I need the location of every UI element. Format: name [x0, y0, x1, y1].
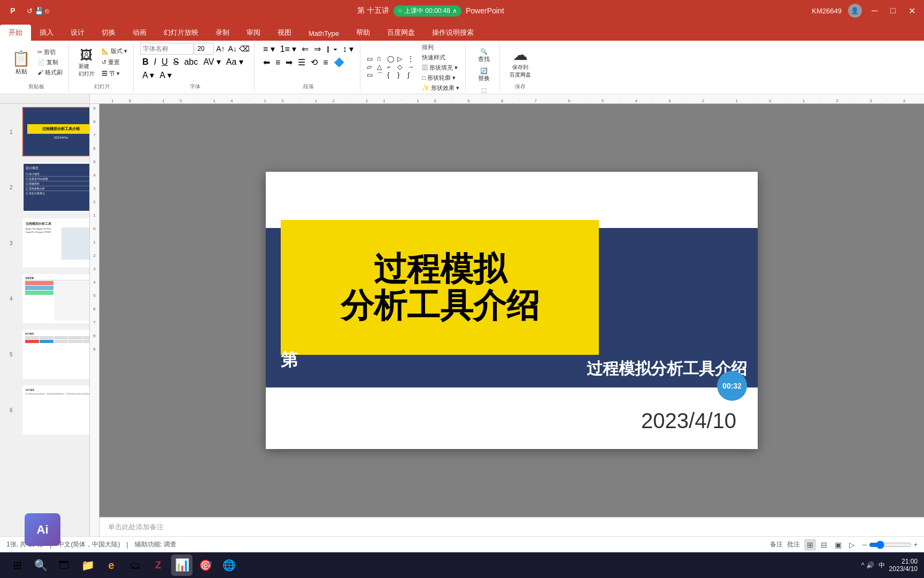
- notes-btn[interactable]: 备注: [770, 540, 783, 549]
- replace-button[interactable]: 🔄 替换: [472, 66, 495, 83]
- slides-panel[interactable]: 1 过程模拟分析工具介绍 2023/4/ho 2 设计规范 口 设计规范: [0, 104, 90, 536]
- find-button[interactable]: 🔍 查找: [472, 47, 495, 64]
- task-view-button[interactable]: 🗔: [53, 554, 75, 576]
- tab-design[interactable]: 设计: [62, 25, 93, 41]
- powerpoint-taskbar-button[interactable]: 📊: [171, 554, 192, 576]
- tab-view[interactable]: 视图: [269, 25, 300, 41]
- paste-button[interactable]: 📋 粘贴: [9, 44, 34, 81]
- shape-btn-11[interactable]: ⌒: [377, 71, 387, 80]
- tab-baidupan[interactable]: 百度网盘: [379, 25, 424, 41]
- column-button[interactable]: ⫿ ▾: [324, 43, 339, 55]
- slide-canvas[interactable]: 过程模拟 分析工具介绍 第 过程模拟分析工具介绍 2023/4/10 00:32: [266, 172, 758, 449]
- normal-view-button[interactable]: ⊞: [804, 539, 816, 551]
- shape-btn-2[interactable]: ⎍: [377, 55, 387, 63]
- align-center-button[interactable]: ≡: [273, 57, 282, 69]
- ime-indicator[interactable]: 中: [879, 561, 885, 570]
- zoom-out-button[interactable]: ─: [862, 541, 867, 549]
- bullets-button[interactable]: ≡ ▾: [261, 43, 277, 55]
- text-align-button[interactable]: ≡: [321, 57, 330, 69]
- font-size-input[interactable]: [195, 43, 214, 55]
- close-button[interactable]: ✕: [905, 6, 919, 16]
- font-name-input[interactable]: [140, 43, 194, 55]
- new-slide-button[interactable]: 🖼 新建幻灯片: [75, 44, 98, 81]
- save-to-baidu-button[interactable]: ☁ 保存到百度网盘: [506, 43, 534, 82]
- zoom-in-button[interactable]: +: [914, 541, 918, 549]
- zotero-button[interactable]: Z: [148, 554, 169, 576]
- char-spacing-button[interactable]: AV ▾: [201, 56, 223, 68]
- slide-thumb-1[interactable]: 过程模拟分析工具介绍 2023/4/ho: [22, 107, 90, 156]
- format-painter-button[interactable]: 🖌 格式刷: [36, 68, 64, 77]
- shape-fill-button[interactable]: ▤ 形状填充 ▾: [420, 63, 461, 72]
- app-icon[interactable]: P: [5, 3, 20, 18]
- tab-animation[interactable]: 动画: [124, 25, 155, 41]
- slide-date[interactable]: 2023/4/10: [641, 409, 736, 433]
- files-button[interactable]: 🗂: [124, 554, 145, 576]
- text-direction-button[interactable]: ⟲: [309, 56, 320, 69]
- arrange-button[interactable]: 排列: [420, 43, 461, 52]
- section-button[interactable]: ☰ 节 ▾: [100, 69, 129, 78]
- strikethrough-button[interactable]: S: [171, 56, 181, 68]
- shape-btn-4[interactable]: ▷: [397, 55, 407, 63]
- slide-yellow-box[interactable]: 过程模拟 分析工具介绍: [281, 220, 599, 355]
- shape-btn-6[interactable]: △: [377, 63, 387, 71]
- slide-thumb-6[interactable]: 设计规范 设计规范内容包含多项条目，涉及流程控制和参数优化。本节将详细介绍各项设…: [22, 385, 90, 435]
- shape-btn-14[interactable]: ∫: [407, 71, 417, 80]
- tab-slideshow[interactable]: 幻灯片放映: [155, 25, 207, 41]
- change-case-button[interactable]: Aa ▾: [224, 56, 245, 68]
- numbering-button[interactable]: 1≡ ▾: [278, 43, 299, 55]
- slide-thumb-2[interactable]: 设计规范 口 设计规范 口 设置进Flow参数 口 搭建模块 口 流程参数分析 …: [22, 163, 90, 212]
- app-icon-5[interactable]: 🎯: [195, 554, 216, 576]
- shape-btn-10[interactable]: ▭: [367, 71, 376, 80]
- tab-search[interactable]: 操作说明搜索: [424, 25, 482, 41]
- align-right-button[interactable]: ➡: [283, 56, 295, 69]
- shadow-button[interactable]: abc: [182, 56, 200, 68]
- font-color-button[interactable]: A ▾: [140, 69, 156, 81]
- browser-button[interactable]: e: [101, 554, 122, 576]
- shape-outline-button[interactable]: □ 形状轮廓 ▾: [420, 73, 461, 82]
- slide-thumb-4[interactable]: 流程变量: [22, 274, 90, 323]
- justify-button[interactable]: ☰: [296, 56, 307, 69]
- reading-view-button[interactable]: ▣: [832, 539, 844, 551]
- reset-button[interactable]: ↺ 重置: [100, 58, 129, 67]
- tab-home[interactable]: 开始: [0, 25, 31, 41]
- shape-btn-3[interactable]: ◯: [387, 55, 397, 63]
- layout-button[interactable]: 📐 版式 ▾: [100, 47, 129, 56]
- comments-btn[interactable]: 批注: [787, 540, 800, 549]
- tab-help[interactable]: 帮助: [348, 25, 379, 41]
- search-taskbar-button[interactable]: 🔍: [30, 554, 51, 576]
- copy-button[interactable]: 📄 复制: [36, 58, 64, 67]
- quick-styles-button[interactable]: 快速样式: [420, 53, 461, 62]
- tab-mathtype[interactable]: MathType: [300, 26, 348, 41]
- shape-btn-5[interactable]: ▱: [367, 63, 376, 71]
- maximize-button[interactable]: □: [887, 6, 899, 16]
- tab-transition[interactable]: 切换: [93, 25, 124, 41]
- highlight-button[interactable]: A ▾: [157, 69, 173, 81]
- shape-btn-1[interactable]: ▭: [367, 55, 376, 63]
- tab-record[interactable]: 录制: [207, 25, 238, 41]
- zoom-slider-input[interactable]: [869, 541, 912, 549]
- smartart-button[interactable]: 🔷: [332, 56, 346, 69]
- shape-effects-button[interactable]: ✨ 形状效果 ▾: [420, 83, 461, 93]
- tab-insert[interactable]: 插入: [31, 25, 62, 41]
- file-explorer-button[interactable]: 📁: [77, 554, 98, 576]
- start-button[interactable]: ⊞: [6, 554, 28, 576]
- decrease-indent-button[interactable]: ⇐: [299, 43, 311, 55]
- notes-bar[interactable]: 单击此处添加备注: [99, 517, 924, 536]
- bold-button[interactable]: B: [140, 56, 151, 68]
- tab-review[interactable]: 审阅: [238, 25, 269, 41]
- slideshow-button[interactable]: ▷: [846, 539, 858, 551]
- increase-indent-button[interactable]: ⇒: [312, 43, 323, 55]
- italic-button[interactable]: I: [152, 56, 158, 68]
- line-spacing-button[interactable]: ↕ ▾: [341, 43, 356, 55]
- underline-button[interactable]: U: [159, 56, 170, 68]
- more-shapes-button[interactable]: ⋮: [407, 55, 417, 63]
- app-icon-6[interactable]: 🌐: [218, 554, 240, 576]
- shape-btn-8[interactable]: ◇: [397, 63, 407, 71]
- ai-button[interactable]: Ai: [25, 513, 60, 546]
- clear-format-button[interactable]: ⌫: [239, 44, 250, 53]
- canvas-area[interactable]: 过程模拟 分析工具介绍 第 过程模拟分析工具介绍 2023/4/10 00:32: [99, 104, 924, 517]
- shape-btn-7[interactable]: ⌐: [387, 63, 397, 71]
- shape-btn-9[interactable]: →: [407, 63, 417, 71]
- font-grow-button[interactable]: A↑: [215, 43, 226, 54]
- font-shrink-button[interactable]: A↓: [227, 43, 238, 54]
